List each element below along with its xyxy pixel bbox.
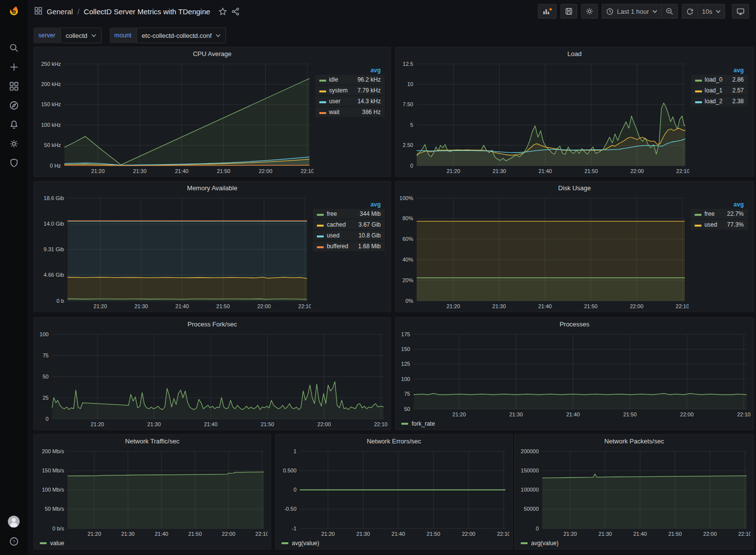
share-icon[interactable] <box>231 7 240 16</box>
legend-item-free[interactable]: free344 Mib <box>313 209 385 219</box>
breadcrumb-section[interactable]: General <box>47 7 73 16</box>
grafana-logo[interactable] <box>0 0 28 24</box>
chart-network-errors[interactable]: 21:2021:3021:4021:5022:0022:10-1-0.5000.… <box>279 447 509 538</box>
svg-text:100 Mb/s: 100 Mb/s <box>42 487 64 493</box>
clock-icon <box>606 8 614 15</box>
dashboard-settings-button[interactable] <box>581 4 598 19</box>
panel-title[interactable]: Disk Usage <box>395 181 754 194</box>
panel-title[interactable]: Memory Available <box>34 181 391 194</box>
breadcrumb-separator: / <box>77 7 79 16</box>
svg-text:0%: 0% <box>405 298 413 304</box>
chevron-down-icon <box>652 10 657 13</box>
shield-icon[interactable] <box>0 153 28 173</box>
svg-text:0: 0 <box>293 487 296 493</box>
legend-item-wait[interactable]: wait386 Hz <box>315 107 385 117</box>
panel-title[interactable]: Process Fork/sec <box>34 318 391 330</box>
top-nav: General / CollectD Server Metrics with T… <box>28 0 756 23</box>
search-icon[interactable] <box>0 38 28 58</box>
variable-mount-label: mount <box>110 28 137 43</box>
apps-grid-icon[interactable] <box>34 7 42 16</box>
refresh-button[interactable] <box>682 4 698 19</box>
legend-network-errors: avg(value) <box>279 538 509 548</box>
svg-text:150: 150 <box>401 346 410 352</box>
panel-title[interactable]: Network Packets/sec <box>515 435 754 447</box>
breadcrumb: General / CollectD Server Metrics with T… <box>34 7 240 16</box>
legend-swatch <box>319 90 326 92</box>
svg-text:0: 0 <box>536 526 539 531</box>
variable-mount: mount etc-collectd-collectd.conf <box>110 28 226 43</box>
svg-text:0 Hz: 0 Hz <box>50 163 61 169</box>
legend-avg-header[interactable]: avg <box>718 201 748 208</box>
svg-text:-1: -1 <box>292 526 297 531</box>
time-range-picker[interactable]: Last 1 hour <box>602 4 661 19</box>
chevron-down-icon <box>216 34 221 37</box>
legend-item-fork_rate[interactable]: fork_rate <box>412 420 435 427</box>
legend-item-avg(value)[interactable]: avg(value) <box>531 540 559 547</box>
legend-avg-header[interactable]: avg <box>724 67 748 74</box>
svg-text:22:10: 22:10 <box>255 531 268 537</box>
gear-icon[interactable] <box>0 134 28 153</box>
bell-icon[interactable] <box>0 115 28 134</box>
legend-avg-header[interactable]: avg <box>349 201 385 208</box>
legend-avg-header[interactable]: avg <box>349 67 385 74</box>
star-icon[interactable] <box>219 7 227 16</box>
legend-item-free[interactable]: free22.7% <box>691 209 748 219</box>
svg-text:2.50: 2.50 <box>403 142 413 148</box>
legend-swatch <box>319 101 326 103</box>
chart-cpu-average[interactable]: 21:2021:3021:4021:5022:0022:100 Hz50 kHz… <box>37 60 313 175</box>
kiosk-tv-button[interactable] <box>732 4 749 19</box>
legend-item-used[interactable]: used77.3% <box>691 220 748 230</box>
legend-item-load_0[interactable]: load_02.86 <box>691 75 748 85</box>
panel-title[interactable]: CPU Average <box>34 47 391 60</box>
dashboards-grid-icon[interactable] <box>0 77 28 96</box>
legend-item-idle[interactable]: idle96.2 kHz <box>315 75 385 85</box>
variable-mount-value[interactable]: etc-collectd-collectd.conf <box>137 28 226 43</box>
legend-item-load_1[interactable]: load_12.57 <box>691 86 748 95</box>
svg-text:22:00: 22:00 <box>630 168 644 174</box>
panel-memory-available: Memory Available 21:2021:3021:4021:5022:… <box>33 181 391 312</box>
svg-text:21:30: 21:30 <box>133 168 147 174</box>
legend-item-buffered[interactable]: buffered1.68 Mib <box>313 241 385 251</box>
svg-text:21:50: 21:50 <box>585 168 598 174</box>
svg-text:21:30: 21:30 <box>492 303 506 309</box>
chart-load[interactable]: 21:2021:3021:4021:5022:0022:1002.5057.50… <box>398 60 689 175</box>
panel-title[interactable]: Network Errors/sec <box>276 435 512 447</box>
legend-item-avg(value)[interactable]: avg(value) <box>292 540 319 547</box>
legend-item-value[interactable]: value <box>50 540 64 547</box>
chart-svg: 21:2021:3021:4021:5022:0022:100 Hz50 kHz… <box>37 60 313 175</box>
chart-processes[interactable]: 21:2021:3021:4021:5022:0022:105075100125… <box>398 330 751 419</box>
dashboard-title[interactable]: CollectD Server Metrics with TDengine <box>84 7 210 16</box>
chart-svg: 21:2021:3021:4021:5022:0022:100 b4.66 Gi… <box>37 194 311 311</box>
chart-process-fork[interactable]: 21:2021:3021:4021:5022:0022:100255075100 <box>37 330 388 429</box>
panel-title[interactable]: Load <box>395 47 754 60</box>
plus-icon[interactable] <box>0 58 28 77</box>
panel-title[interactable]: Network Traffic/sec <box>34 435 271 447</box>
svg-text:50: 50 <box>43 374 49 380</box>
avatar[interactable] <box>7 515 20 530</box>
refresh-interval-dropdown[interactable]: 10s <box>698 4 725 19</box>
panel-title[interactable]: Processes <box>395 318 754 330</box>
add-panel-button[interactable] <box>538 4 557 19</box>
panel-network-errors: Network Errors/sec 21:2021:3021:4021:502… <box>275 434 513 550</box>
chart-svg: 21:2021:3021:4021:5022:0022:105075100125… <box>398 330 751 419</box>
legend-swatch <box>317 225 324 227</box>
legend-item-user[interactable]: user14.3 kHz <box>315 96 385 106</box>
zoom-out-button[interactable] <box>661 4 678 19</box>
legend-item-cached[interactable]: cached3.67 Gib <box>313 220 385 230</box>
legend-item-used[interactable]: used10.8 Gib <box>313 231 385 240</box>
compass-icon[interactable] <box>0 96 28 115</box>
chart-memory-available[interactable]: 21:2021:3021:4021:5022:0022:100 b4.66 Gi… <box>37 194 311 311</box>
save-dashboard-button[interactable] <box>560 4 577 19</box>
chart-network-traffic[interactable]: 21:2021:3021:4021:5022:0022:100 b/s50 Mb… <box>37 447 268 538</box>
legend-swatch <box>281 542 288 544</box>
help-icon[interactable]: ? <box>0 537 28 546</box>
legend-item-system[interactable]: system7.79 kHz <box>315 86 385 95</box>
svg-text:21:30: 21:30 <box>493 168 506 174</box>
chart-disk-usage[interactable]: 21:2021:3021:4021:5022:0022:100%20%40%60… <box>398 194 689 311</box>
svg-text:0: 0 <box>410 163 413 169</box>
legend-item-load_2[interactable]: load_22.38 <box>691 96 748 106</box>
variable-server-value[interactable]: collectd <box>60 28 102 43</box>
svg-text:80%: 80% <box>402 215 413 221</box>
variable-server: server collectd <box>33 28 102 43</box>
chart-network-packets[interactable]: 21:2021:3021:4021:5022:0022:100500001000… <box>518 447 751 538</box>
